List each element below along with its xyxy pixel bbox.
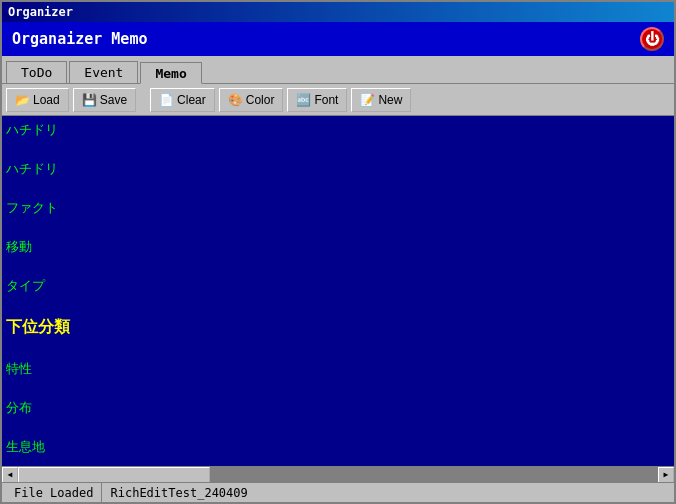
line-2: ハチドリ — [6, 159, 670, 179]
status-right: RichEditTest_240409 — [102, 483, 255, 502]
window-title: Organizer — [8, 5, 73, 19]
line-4: 移動 — [6, 237, 670, 257]
tab-memo[interactable]: Memo — [140, 62, 201, 84]
line-9: 生息地 — [6, 437, 670, 457]
scroll-left-button[interactable]: ◀ — [2, 467, 18, 483]
font-icon: 🔤 — [296, 93, 311, 107]
power-button[interactable]: ⏻ — [640, 27, 664, 51]
main-window: Organizer Organaizer Memo ⏻ ToDo Event M… — [0, 0, 676, 504]
status-left: File Loaded — [6, 483, 102, 502]
header-bar: Organaizer Memo ⏻ — [2, 22, 674, 56]
toolbar: 📂 Load 💾 Save 📄 Clear 🎨 Color 🔤 Font 📝 N… — [2, 84, 674, 116]
new-button[interactable]: 📝 New — [351, 88, 411, 112]
status-left-text: File Loaded — [14, 486, 93, 500]
status-right-text: RichEditTest_240409 — [110, 486, 247, 500]
clear-label: Clear — [177, 93, 206, 107]
scroll-track[interactable] — [18, 467, 658, 483]
line-5: タイプ — [6, 276, 670, 296]
power-icon: ⏻ — [645, 31, 659, 47]
color-label: Color — [246, 93, 275, 107]
title-bar: Organizer — [2, 2, 674, 22]
tab-event[interactable]: Event — [69, 61, 138, 83]
save-icon: 💾 — [82, 93, 97, 107]
load-label: Load — [33, 93, 60, 107]
text-content[interactable]: ハチドリ ハチドリ ファクト 移動 タイプ 下位分類 特性 分布 生息地 食生活… — [6, 120, 670, 462]
save-label: Save — [100, 93, 127, 107]
color-button[interactable]: 🎨 Color — [219, 88, 284, 112]
load-icon: 📂 — [15, 93, 30, 107]
new-label: New — [378, 93, 402, 107]
line-7: 特性 — [6, 359, 670, 379]
font-label: Font — [314, 93, 338, 107]
clear-button[interactable]: 📄 Clear — [150, 88, 215, 112]
header-title: Organaizer Memo — [12, 30, 147, 48]
save-button[interactable]: 💾 Save — [73, 88, 136, 112]
scroll-thumb[interactable] — [18, 467, 210, 483]
scroll-right-icon: ▶ — [664, 470, 669, 479]
new-icon: 📝 — [360, 93, 375, 107]
clear-icon: 📄 — [159, 93, 174, 107]
status-bar: File Loaded RichEditTest_240409 — [2, 482, 674, 502]
load-button[interactable]: 📂 Load — [6, 88, 69, 112]
scroll-right-button[interactable]: ▶ — [658, 467, 674, 483]
color-icon: 🎨 — [228, 93, 243, 107]
horizontal-scrollbar: ◀ ▶ — [2, 466, 674, 482]
line-3: ファクト — [6, 198, 670, 218]
tab-bar: ToDo Event Memo — [2, 56, 674, 84]
tab-todo[interactable]: ToDo — [6, 61, 67, 83]
line-6: 下位分類 — [6, 315, 670, 339]
font-button[interactable]: 🔤 Font — [287, 88, 347, 112]
content-area[interactable]: ハチドリ ハチドリ ファクト 移動 タイプ 下位分類 特性 分布 生息地 食生活… — [2, 116, 674, 466]
line-8: 分布 — [6, 398, 670, 418]
line-1: ハチドリ — [6, 120, 670, 140]
scroll-left-icon: ◀ — [8, 470, 13, 479]
